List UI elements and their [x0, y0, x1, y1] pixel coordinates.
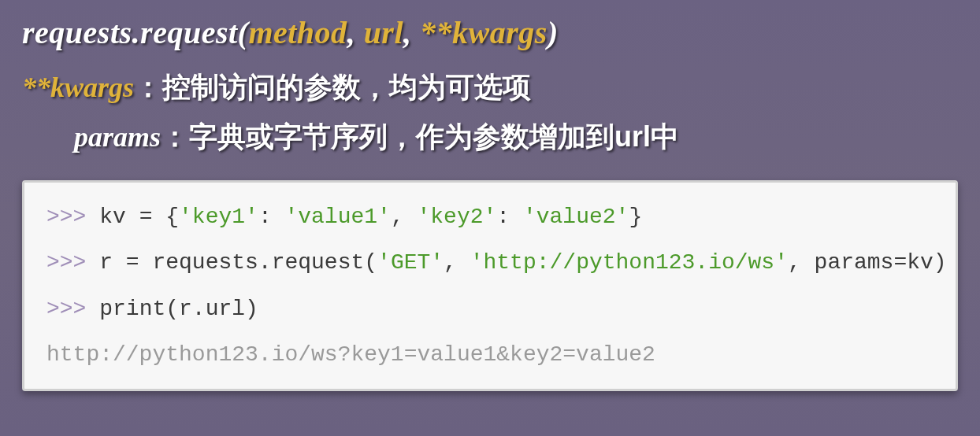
sig-arg-kwargs: **kwargs	[420, 15, 548, 50]
kwargs-text: 控制访问的参数，均为可选项	[162, 71, 531, 103]
code-line-1: >>> kv = {'key1': 'value1', 'key2': 'val…	[46, 203, 934, 231]
code-line-2: >>> r = requests.request('GET', 'http://…	[46, 249, 934, 277]
sig-sep2: ,	[403, 15, 420, 50]
prompt-icon: >>>	[46, 297, 99, 321]
code-example-box: >>> kv = {'key1': 'value1', 'key2': 'val…	[22, 180, 958, 391]
code-line-3: >>> print(r.url)	[46, 295, 934, 323]
prompt-icon: >>>	[46, 205, 99, 229]
params-colon: ：	[161, 120, 189, 153]
sig-arg-method: method	[248, 15, 347, 50]
prompt-icon: >>>	[46, 250, 99, 275]
sig-prefix: requests.request(	[22, 15, 248, 50]
kwargs-description: **kwargs：控制访问的参数，均为可选项	[22, 68, 958, 107]
sig-sep1: ,	[347, 15, 364, 50]
params-text: 字典或字节序列，作为参数增加到url中	[189, 120, 679, 153]
code-output: http://python123.io/ws?key1=value1&key2=…	[46, 341, 934, 369]
sig-close: )	[548, 15, 559, 50]
params-label: params	[74, 121, 161, 153]
params-description: params：字典或字节序列，作为参数增加到url中	[22, 118, 958, 157]
kwargs-colon: ：	[134, 71, 162, 103]
kwargs-label: **kwargs	[22, 72, 134, 103]
sig-arg-url: url	[364, 15, 403, 50]
signature-line: requests.request(method, url, **kwargs)	[22, 14, 958, 51]
